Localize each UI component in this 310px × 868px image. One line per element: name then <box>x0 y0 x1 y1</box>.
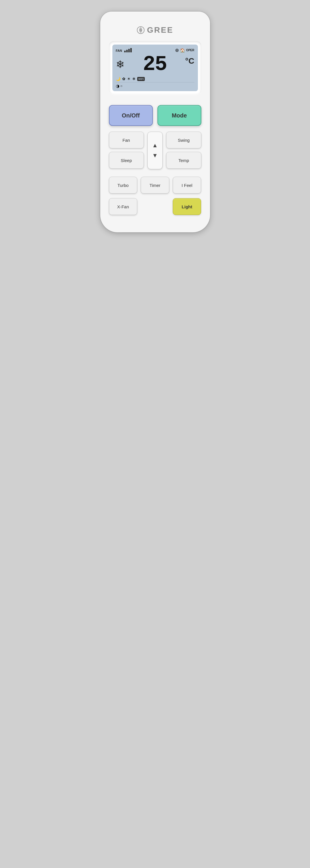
onoff-button[interactable]: On/Off <box>109 105 153 126</box>
main-buttons-row: On/Off Mode <box>109 105 201 126</box>
buttons-area: On/Off Mode Fan Sleep ▲ ▼ Swing Temp Tur… <box>109 105 201 215</box>
row-xfan-light: X-Fan Light <box>109 198 201 215</box>
fan-bars <box>124 48 132 52</box>
lcd-top-icons: ⊛ 🏠 OPER <box>175 48 194 53</box>
remote-control: G GREE FAN ⊛ <box>100 11 210 232</box>
light-button[interactable]: Light <box>173 198 201 215</box>
mode-button[interactable]: Mode <box>158 105 201 126</box>
brand-name: GREE <box>147 26 173 35</box>
swing-fan-icon: ◑ <box>116 84 119 88</box>
swing-indicator: ◑ ○ <box>116 82 195 88</box>
celsius-symbol: °C <box>185 54 194 66</box>
ifeel-button[interactable]: I Feel <box>173 177 201 193</box>
gree-logo-icon: G <box>137 26 145 34</box>
up-arrow-button[interactable]: ▲ <box>148 141 163 150</box>
sleep-button[interactable]: Sleep <box>109 152 144 169</box>
xfan-button[interactable]: X-Fan <box>109 198 138 215</box>
display-container: FAN ⊛ 🏠 OPER ❄ <box>109 41 201 95</box>
wifi-badge: WiFi <box>137 77 145 81</box>
svg-text:G: G <box>140 28 142 32</box>
flower-icon: ✿ <box>122 77 126 81</box>
lcd-display: FAN ⊛ 🏠 OPER ❄ <box>112 44 198 91</box>
row-fan-updown-swing: Fan Sleep ▲ ▼ Swing Temp <box>109 132 201 172</box>
down-arrow-button[interactable]: ▼ <box>148 151 163 160</box>
fan-spin-icon: ⊛ <box>175 48 179 53</box>
timer-icon: 🏠 <box>180 48 185 53</box>
fan-label: FAN <box>116 49 122 52</box>
sun-icon: ☀ <box>127 77 131 81</box>
snowflake-icon: ❄ <box>116 59 125 70</box>
logo-area: G GREE <box>109 20 201 41</box>
swing-button[interactable]: Swing <box>166 132 201 148</box>
temp-button[interactable]: Temp <box>166 152 201 169</box>
row-turbo-timer-ifeel: Turbo Timer I Feel <box>109 177 201 193</box>
swing-circle-icon: ○ <box>120 84 123 88</box>
fan-button[interactable]: Fan <box>109 132 144 148</box>
moon-icon: 🌙 <box>116 77 120 81</box>
lcd-bottom-icons: 🌙 ✿ ☀ ❄ WiFi <box>116 77 145 81</box>
temperature-display: 25 <box>127 54 183 75</box>
updown-button: ▲ ▼ <box>147 132 163 169</box>
turbo-button[interactable]: Turbo <box>109 177 138 193</box>
timer-button[interactable]: Timer <box>141 177 169 193</box>
filter-icon: ❄ <box>132 77 136 81</box>
oper-label: OPER <box>186 49 194 52</box>
